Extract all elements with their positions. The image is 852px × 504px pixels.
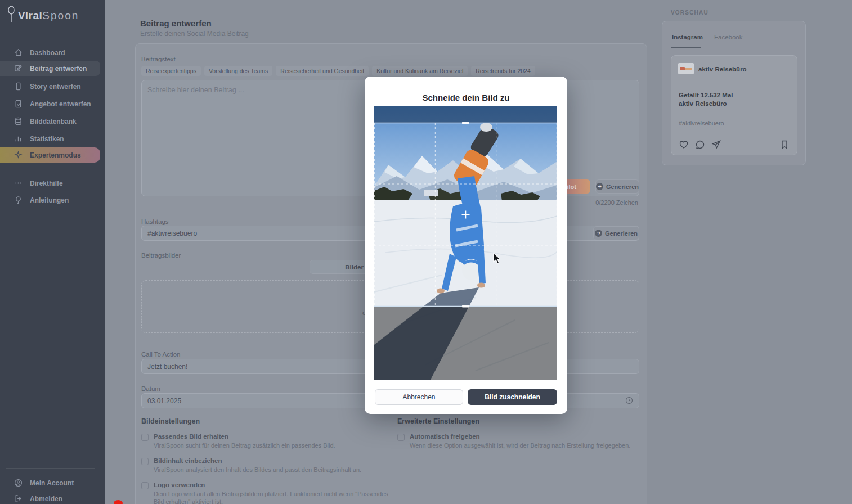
spoon-icon xyxy=(7,6,17,26)
checkbox-automatisch-freigeben[interactable] xyxy=(397,434,405,441)
sidebar-item-label: Statistiken xyxy=(30,135,64,143)
sidebar-item-direkthilfe[interactable]: Direkthilfe xyxy=(0,176,100,191)
arrow-circle-icon: ➜ xyxy=(595,230,602,237)
datum-label: Datum xyxy=(141,385,160,392)
option-bildinhalt: Bildinhalt einbeziehen ViralSpoon analys… xyxy=(141,457,392,474)
sidebar-item-anleitungen[interactable]: Anleitungen xyxy=(0,192,100,208)
comment-icon[interactable] xyxy=(695,140,705,150)
hashtags-label: Hashtags xyxy=(141,218,169,225)
topic-chip[interactable]: Kultur und Kulinarik am Reiseziel xyxy=(372,66,468,76)
sidebar-item-label: Expertenmodus xyxy=(30,151,81,159)
page-title: Beitrag entwerfen xyxy=(140,19,212,28)
option-description: ViralSpoon analysiert den Inhalt des Bil… xyxy=(154,466,361,474)
topic-chip[interactable]: Reiseexpertentipps xyxy=(141,66,201,76)
crop-confirm-button[interactable]: Bild zuschneiden xyxy=(468,389,557,405)
heart-icon[interactable] xyxy=(679,140,689,150)
crop-modal-title: Schneide dein Bild zu xyxy=(365,93,567,102)
sidebar-footer-divider xyxy=(6,468,95,469)
logout-icon xyxy=(14,494,23,503)
sidebar-item-label: Bilddatenbank xyxy=(30,118,77,125)
sidebar-item-dashboard[interactable]: Dashboard xyxy=(0,45,100,60)
tab-instagram[interactable]: Instagram xyxy=(672,34,703,40)
tab-facebook[interactable]: Facebook xyxy=(714,34,743,40)
generate-hashtags-label: Generieren xyxy=(605,230,638,237)
checkbox-bildinhalt[interactable] xyxy=(141,458,149,465)
likes-text: Gefällt 12.532 Mal xyxy=(679,92,733,98)
sidebar-item-label: Direkthilfe xyxy=(30,179,63,187)
erweiterte-einstellungen-title: Erweiterte Einstellungen xyxy=(397,417,639,425)
app-logo[interactable]: ViralSpoon xyxy=(7,6,79,26)
sparkle-icon xyxy=(14,151,23,160)
lightbulb-icon xyxy=(14,196,23,205)
cancel-button[interactable]: Abbrechen xyxy=(375,389,463,405)
option-description: ViralSpoon sucht für deinen Beitrag zusä… xyxy=(154,442,335,449)
document-icon xyxy=(14,100,23,109)
app-logo-text: ViralSpoon xyxy=(18,10,79,22)
generate-text-label: Generieren xyxy=(606,183,639,190)
caption-hashtag: #aktivreisebuero xyxy=(679,120,724,127)
sidebar-item-label: Dashboard xyxy=(30,49,65,57)
preview-panel: Instagram Facebook aktiv Reisebüro Gefäl… xyxy=(662,21,806,165)
sidebar-item-expertenmodus[interactable]: Expertenmodus xyxy=(0,147,100,163)
option-automatisch-freigeben: Automatisch freigeben Wenn diese Option … xyxy=(397,433,639,449)
sidebar-item-angebot-entwerfen[interactable]: Angebot entwerfen xyxy=(0,96,100,111)
option-description: Dein Logo wird auf allen Beitragsbildern… xyxy=(154,490,392,504)
sidebar-item-story-entwerfen[interactable]: Story entwerfen xyxy=(0,79,100,94)
ellipsis-icon xyxy=(14,179,23,188)
home-icon xyxy=(14,48,23,57)
sidebar-item-abmelden[interactable]: Abmelden xyxy=(0,491,100,504)
sidebar-item-mein-account[interactable]: Mein Account xyxy=(0,475,100,490)
beitragsbilder-label: Beitragsbilder xyxy=(141,252,181,259)
account-avatar xyxy=(678,63,694,74)
sidebar-item-beitrag-entwerfen[interactable]: Beitrag entwerfen xyxy=(0,61,100,76)
phone-icon xyxy=(14,82,23,91)
bookmark-icon[interactable] xyxy=(779,140,790,150)
page-subtitle: Erstelle deinen Social Media Beitrag xyxy=(140,30,249,38)
sidebar-item-label: Mein Account xyxy=(30,479,74,487)
crop-handle-bottom xyxy=(462,305,469,308)
sidebar-item-statistiken[interactable]: Statistiken xyxy=(0,131,100,146)
crop-handle-top xyxy=(462,122,469,124)
sidebar-item-label: Abmelden xyxy=(30,495,62,503)
account-name: aktiv Reisebüro xyxy=(698,66,747,73)
bildeinstellungen-section: Bildeinstellungen Passendes Bild erhalte… xyxy=(141,417,392,504)
generate-text-button[interactable]: ➜ Generieren xyxy=(595,179,639,194)
sidebar-item-label: Angebot entwerfen xyxy=(30,100,91,108)
sidebar-item-label: Story entwerfen xyxy=(30,83,81,91)
cta-label: Call To Action xyxy=(141,351,180,358)
mouse-cursor xyxy=(493,253,501,264)
sidebar-item-label: Anleitungen xyxy=(30,196,69,204)
topic-chips: Reiseexpertentipps Vorstellung des Teams… xyxy=(141,66,535,76)
crop-image-modal: Schneide dein Bild zu xyxy=(365,76,567,414)
crop-image[interactable] xyxy=(374,106,557,380)
share-icon[interactable] xyxy=(711,140,721,150)
option-label: Bildinhalt einbeziehen xyxy=(154,457,361,464)
sidebar: ViralSpoon Dashboard Beitrag entwerfen S… xyxy=(0,0,105,504)
sidebar-item-bilddatenbank[interactable]: Bilddatenbank xyxy=(0,114,100,129)
instagram-preview-card: aktiv Reisebüro Gefällt 12.532 Mal aktiv… xyxy=(671,55,797,155)
option-passendes-bild: Passendes Bild erhalten ViralSpoon sucht… xyxy=(141,433,392,449)
option-description: Wenn diese Option ausgewählt ist, wird d… xyxy=(410,442,630,449)
topic-chip[interactable]: Vorstellung des Teams xyxy=(204,66,272,76)
post-actions xyxy=(671,134,797,156)
recording-indicator-dot xyxy=(114,500,123,504)
topic-chip[interactable]: Reisetrends für 2024 xyxy=(471,66,535,76)
preview-title: VORSCHAU xyxy=(671,10,708,16)
option-logo-verwenden: Logo verwenden Dein Logo wird auf allen … xyxy=(141,482,392,504)
sidebar-item-label: Beitrag entwerfen xyxy=(30,65,87,73)
checkbox-passendes-bild[interactable] xyxy=(141,434,149,441)
beitragstext-label: Beitragstext xyxy=(141,56,176,62)
topic-chip[interactable]: Reisesicherheit und Gesundheit xyxy=(276,66,369,76)
checkbox-logo-verwenden[interactable] xyxy=(141,482,149,489)
generate-hashtags-button[interactable]: ➜ Generieren xyxy=(593,226,639,240)
database-icon xyxy=(14,117,23,126)
erweiterte-einstellungen-section: Erweiterte Einstellungen Automatisch fre… xyxy=(397,417,639,449)
bildeinstellungen-title: Bildeinstellungen xyxy=(141,417,392,425)
arrow-circle-icon: ➜ xyxy=(596,183,603,190)
option-label: Passendes Bild erhalten xyxy=(154,433,335,440)
user-icon xyxy=(14,479,23,488)
clock-icon[interactable] xyxy=(625,397,633,404)
option-label: Automatisch freigeben xyxy=(410,433,630,440)
char-counter: 0/2200 Zeichen xyxy=(595,199,638,206)
post-text-placeholder: Schreibe hier deinen Beitrag ... xyxy=(147,86,244,94)
